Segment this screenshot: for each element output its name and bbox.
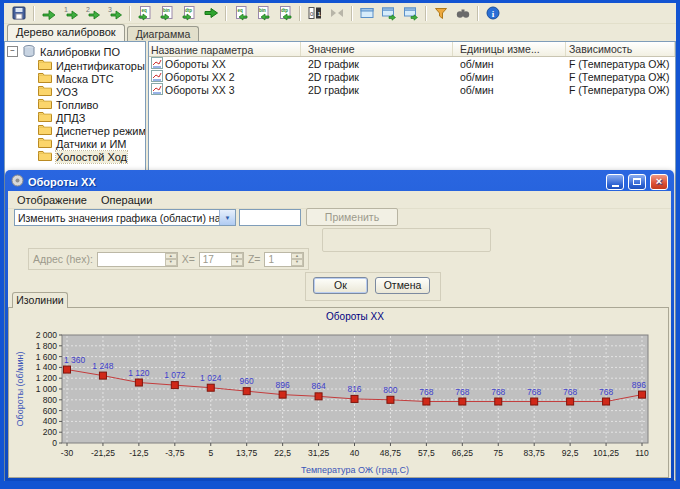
svg-text:768: 768	[563, 387, 577, 397]
search-button[interactable]	[452, 3, 474, 23]
address-spinner[interactable]: ▲▼	[97, 252, 178, 267]
tree-item[interactable]: Топливо	[5, 98, 145, 111]
export-bin-button[interactable]: bin	[156, 3, 178, 23]
tree-item[interactable]: Диспетчер режимов	[5, 124, 145, 137]
import-3-button[interactable]: 3	[104, 3, 126, 23]
maximize-button[interactable]	[628, 174, 646, 190]
svg-text:800: 800	[43, 395, 57, 405]
send-window-2-button[interactable]	[400, 3, 422, 23]
chart-param-icon	[151, 57, 163, 71]
spin-down-icon[interactable]: ▼	[165, 259, 177, 266]
tab-isolines[interactable]: Изолинии	[12, 292, 68, 308]
export-dtp-button[interactable]: dtp	[178, 3, 200, 23]
x-label: X=	[182, 253, 195, 265]
tree-root[interactable]: − Калибровки ПО	[7, 45, 145, 58]
dialog-menubar: Отображение Операции	[8, 191, 671, 209]
import-eq-button[interactable]: eq	[230, 3, 252, 23]
column-header-dependency[interactable]: Зависимость	[566, 42, 675, 56]
svg-text:bin: bin	[163, 8, 170, 13]
chevron-down-icon[interactable]: ▼	[219, 210, 235, 225]
folder-icon	[38, 85, 52, 98]
tree-item[interactable]: Идентификаторы	[5, 59, 145, 72]
import-dtp-button[interactable]: dtp	[274, 3, 296, 23]
collapse-icon[interactable]: −	[7, 46, 18, 57]
table-row[interactable]: Обороты ХХ 3 2D график об/мин F (Темпера…	[149, 83, 675, 96]
filter-button[interactable]	[430, 3, 452, 23]
folder-icon	[38, 137, 52, 150]
info-button[interactable]: i	[482, 3, 504, 23]
value-input[interactable]	[239, 209, 301, 226]
svg-text:1: 1	[64, 6, 68, 13]
svg-text:-3,75: -3,75	[165, 448, 185, 458]
binary-compare-button[interactable]: 01	[304, 3, 326, 23]
svg-text:768: 768	[599, 387, 613, 397]
tree-item[interactable]: ДПДЗ	[5, 111, 145, 124]
tab-diagram[interactable]: Диаграмма	[127, 26, 200, 41]
tree-item[interactable]: Маска DTC	[5, 72, 145, 85]
svg-text:1 120: 1 120	[128, 368, 150, 378]
z-label: Z=	[248, 253, 261, 265]
svg-text:dtp: dtp	[185, 8, 192, 13]
toolbar-separator	[351, 6, 353, 21]
svg-text:896: 896	[632, 380, 646, 390]
tree-item[interactable]: УОЗ	[5, 85, 145, 98]
svg-text:101,25: 101,25	[593, 448, 619, 458]
folder-icon	[38, 150, 52, 163]
import-1-button[interactable]: 1	[60, 3, 82, 23]
dialog-title: Обороты ХХ	[28, 176, 602, 188]
svg-text:66,25: 66,25	[452, 448, 474, 458]
svg-text:1 200: 1 200	[36, 373, 58, 383]
spin-down-icon[interactable]: ▼	[291, 259, 303, 266]
toolbar-separator	[477, 6, 479, 21]
table-row[interactable]: Обороты ХХ 2 2D график об/мин F (Темпера…	[149, 70, 675, 83]
table-body: Обороты ХХ 2D график об/мин F (Температу…	[149, 57, 675, 96]
minimize-button[interactable]	[606, 174, 624, 190]
close-button[interactable]: ×	[650, 174, 668, 190]
dialog-titlebar[interactable]: Обороты ХХ ×	[8, 172, 671, 191]
table-row[interactable]: Обороты ХХ 2D график об/мин F (Температу…	[149, 57, 675, 70]
menu-operations[interactable]: Операции	[94, 192, 159, 208]
svg-text:1 024: 1 024	[200, 373, 222, 383]
address-label: Адрес (hex):	[33, 253, 93, 265]
svg-text:1 600: 1 600	[36, 352, 58, 362]
run-button[interactable]	[200, 3, 222, 23]
tree-item[interactable]: Датчики и ИМ	[5, 137, 145, 150]
menu-display[interactable]: Отображение	[10, 192, 94, 208]
import-bin-button[interactable]: bin	[252, 3, 274, 23]
export-eq-button[interactable]: eq	[134, 3, 156, 23]
send-window-1-button[interactable]	[378, 3, 400, 23]
svg-text:2: 2	[86, 6, 90, 13]
svg-text:896: 896	[276, 380, 290, 390]
maximize-icon	[633, 178, 641, 185]
svg-text:40: 40	[350, 448, 360, 458]
empty-groupbox	[322, 228, 491, 252]
address-row: Адрес (hex): ▲▼ X= ▲▼ Z= ▲▼	[28, 248, 309, 270]
ok-button[interactable]: Ок	[313, 277, 368, 294]
import-2-button[interactable]: 2	[82, 3, 104, 23]
folder-icon	[38, 98, 52, 111]
x-spinner[interactable]: ▲▼	[199, 252, 244, 267]
dialog-icon	[11, 174, 24, 189]
cancel-button[interactable]: Отмена	[375, 277, 430, 294]
z-spinner[interactable]: ▲▼	[264, 252, 304, 267]
svg-text:2 000: 2 000	[36, 330, 58, 340]
folder-icon	[38, 124, 52, 137]
new-window-button[interactable]	[356, 3, 378, 23]
spin-down-icon[interactable]: ▼	[231, 259, 243, 266]
svg-text:1 800: 1 800	[36, 341, 58, 351]
svg-text:816: 816	[347, 384, 361, 394]
column-header-units[interactable]: Единицы изме...	[453, 42, 566, 56]
svg-text:13,75: 13,75	[236, 448, 258, 458]
column-header-name[interactable]: Название параметра	[149, 42, 301, 56]
import-all-button[interactable]	[38, 3, 60, 23]
tab-calibration-tree[interactable]: Дерево калибровок	[7, 24, 125, 41]
main-tabs: Дерево калибровок Диаграмма	[4, 24, 201, 41]
column-header-value[interactable]: Значение	[301, 42, 453, 56]
apply-button[interactable]: Применить	[306, 208, 398, 226]
action-select[interactable]: Изменить значения графика (области) на з…	[14, 209, 236, 226]
toolbar-separator	[425, 6, 427, 21]
merge-button[interactable]	[326, 3, 348, 23]
tree-item[interactable]: Холостой Ход	[5, 150, 145, 163]
toolbar: 1 2 3 eq bin dtp eq bin dtp 01 i	[4, 3, 676, 24]
save-button[interactable]	[8, 3, 30, 23]
